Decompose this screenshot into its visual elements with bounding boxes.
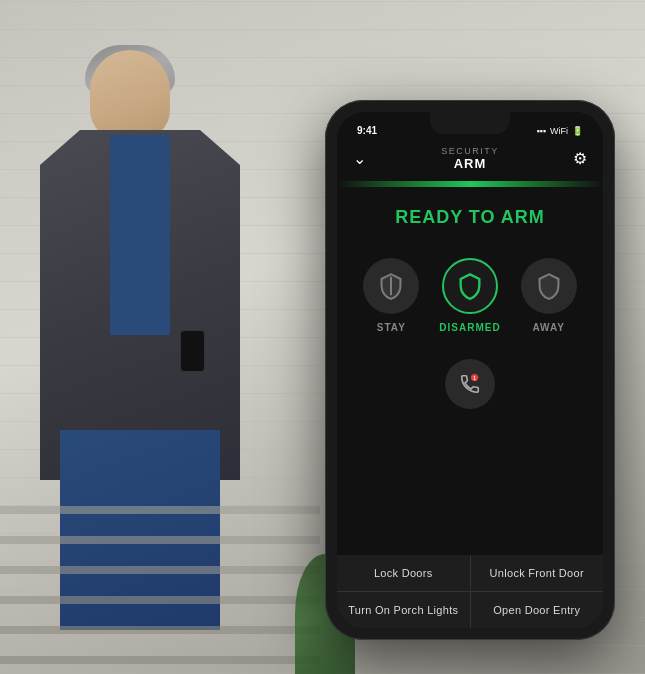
quick-actions-grid: Lock Doors Unlock Front Door Turn On Por… [337, 555, 603, 628]
battery-icon: 🔋 [572, 126, 583, 136]
stairs [0, 474, 320, 674]
status-icons: ▪▪▪ WiFi 🔋 [536, 126, 583, 136]
phone-device: 9:41 ▪▪▪ WiFi 🔋 ⌄ SECURITY ARM ⚙ [325, 100, 615, 640]
person-head [90, 50, 170, 140]
person-hand-phone [180, 330, 205, 372]
status-time: 9:41 [357, 125, 377, 136]
settings-button[interactable]: ⚙ [563, 149, 587, 168]
turn-on-porch-lights-button[interactable]: Turn On Porch Lights [337, 592, 470, 628]
wifi-icon: WiFi [550, 126, 568, 136]
away-button[interactable] [521, 258, 577, 314]
person-shirt [110, 135, 170, 335]
stay-option: STAY [363, 258, 419, 333]
phone-icon: 1 [459, 373, 481, 395]
page-title: ARM [441, 156, 499, 171]
open-door-entry-button[interactable]: Open Door Entry [471, 592, 604, 628]
stay-button[interactable] [363, 258, 419, 314]
away-option: AWAY [521, 258, 577, 333]
lock-doors-button[interactable]: Lock Doors [337, 555, 470, 591]
main-content: READY TO ARM STAY [337, 187, 603, 555]
phone-screen: 9:41 ▪▪▪ WiFi 🔋 ⌄ SECURITY ARM ⚙ [337, 112, 603, 628]
away-label: AWAY [532, 322, 565, 333]
disarmed-shield-icon [456, 272, 484, 300]
phone-notch [430, 112, 510, 134]
call-button[interactable]: 1 [445, 359, 495, 409]
stay-label: STAY [377, 322, 406, 333]
signal-icon: ▪▪▪ [536, 126, 546, 136]
phone-frame: 9:41 ▪▪▪ WiFi 🔋 ⌄ SECURITY ARM ⚙ [325, 100, 615, 640]
unlock-front-door-button[interactable]: Unlock Front Door [471, 555, 604, 591]
disarmed-button[interactable] [442, 258, 498, 314]
stay-shield-icon [377, 272, 405, 300]
call-section: 1 [445, 359, 495, 409]
away-shield-icon [535, 272, 563, 300]
ready-status: READY TO ARM [395, 207, 545, 228]
quick-actions: Lock Doors Unlock Front Door Turn On Por… [337, 555, 603, 628]
header-title: SECURITY ARM [441, 146, 499, 171]
disarmed-option: DISARMED [439, 258, 500, 333]
back-button[interactable]: ⌄ [353, 149, 377, 168]
app-header: ⌄ SECURITY ARM ⚙ [337, 140, 603, 181]
stairs-area [0, 424, 320, 674]
section-label: SECURITY [441, 146, 499, 156]
arm-mode-selector: STAY DISARMED [363, 258, 576, 333]
disarmed-label: DISARMED [439, 322, 500, 333]
